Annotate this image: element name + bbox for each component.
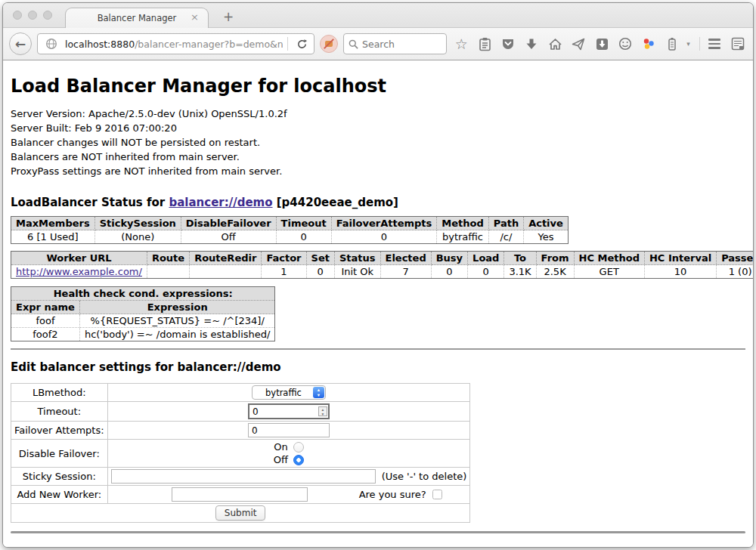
add-worker-input[interactable] <box>172 487 308 502</box>
failover-attempts-input[interactable] <box>248 423 330 437</box>
minimize-window-icon[interactable] <box>28 11 37 20</box>
worker-url-link[interactable]: http://www.example.com/ <box>16 266 142 277</box>
column-header: RouteRedir <box>190 252 262 265</box>
form-row-lbmethod: LBmethod: bytraffic ▴▾ <box>11 384 470 402</box>
balancer-value-row: 6 [1 Used] (None) Off 0 0 bytraffic /c/ … <box>11 230 569 244</box>
close-window-icon[interactable] <box>13 11 22 20</box>
cell-timeout: 0 <box>276 230 331 244</box>
plugin-blocked-icon[interactable] <box>320 35 338 53</box>
bottom-rule <box>11 531 745 533</box>
column-header: Load <box>468 252 504 265</box>
submit-button[interactable]: Submit <box>215 505 266 521</box>
lbmethod-select[interactable]: bytraffic ▴▾ <box>252 385 326 400</box>
overflow-caret-icon[interactable]: ▾ <box>686 40 694 48</box>
notice-persist: Balancer changes will NOT be persisted o… <box>11 135 745 150</box>
tab-bar: Balancer Manager × + <box>3 3 753 27</box>
url-path: /balancer-manager?b=demo&nonce=decc37be-… <box>135 39 283 50</box>
new-tab-button[interactable]: + <box>219 9 237 24</box>
form-row-add-worker: Add New Worker: Are you sure? <box>11 486 470 504</box>
radio-off-label: Off <box>274 454 288 465</box>
globe-icon <box>42 34 60 54</box>
sticky-session-hint: (Use '-' to delete) <box>376 471 467 482</box>
disable-failover-on-radio[interactable] <box>293 442 304 453</box>
edit-settings-heading: Edit balancer settings for balancer://de… <box>11 360 745 374</box>
number-spinner-icon[interactable]: ▴▾ <box>318 406 327 416</box>
select-stepper-icon: ▴▾ <box>313 387 324 398</box>
divider-rule <box>11 348 745 350</box>
column-header: Elected <box>380 252 431 265</box>
search-bar[interactable] <box>343 33 447 54</box>
column-header: Expression <box>79 301 275 314</box>
balancer-table: MaxMembers StickySession DisableFailover… <box>11 216 569 244</box>
browser-tab[interactable]: Balancer Manager × <box>65 8 209 28</box>
balancer-link[interactable]: balancer://demo <box>169 196 272 209</box>
bookmark-star-icon[interactable]: ☆ <box>452 34 470 54</box>
column-header: Busy <box>431 252 467 265</box>
column-header: Expr name <box>11 301 80 314</box>
balancer-header-row: MaxMembers StickySession DisableFailover… <box>11 217 569 230</box>
radio-on-label: On <box>274 441 287 453</box>
colored-dots-icon[interactable] <box>640 34 658 54</box>
column-header: Status <box>334 252 380 265</box>
column-header: From <box>536 252 574 265</box>
disable-failover-off-radio[interactable] <box>293 455 304 465</box>
form-row-sticky-session: Sticky Session: (Use '-' to delete) <box>11 468 470 486</box>
sticky-session-label: Sticky Session: <box>11 468 108 486</box>
url-text[interactable]: localhost:8880/balancer-manager?b=demo&n… <box>65 39 283 50</box>
worker-header-row: Worker URL Route RouteRedir Factor Set S… <box>11 252 754 265</box>
column-header: Active <box>524 217 569 230</box>
tab-title: Balancer Manager <box>98 13 177 23</box>
maximize-window-icon[interactable] <box>43 11 52 20</box>
are-you-sure-label: Are you sure? <box>359 489 426 500</box>
cell-stickysession: (None) <box>94 230 181 244</box>
column-header: FailoverAttempts <box>331 217 437 230</box>
clipboard-icon[interactable] <box>476 34 494 54</box>
battery-icon[interactable] <box>663 34 681 54</box>
column-header: To <box>504 252 536 265</box>
back-button[interactable]: ← <box>9 32 32 55</box>
health-row: foof2 hc('body') =~ /domain is establish… <box>11 328 275 341</box>
downloads-icon[interactable] <box>522 34 541 54</box>
hamburger-lines <box>708 39 720 48</box>
column-header: HC Method <box>574 252 644 265</box>
cell-method: bytraffic <box>437 230 488 244</box>
search-input[interactable] <box>362 39 442 50</box>
edit-settings-form: LBmethod: bytraffic ▴▾ Timeout: ▴▾ <box>11 383 470 523</box>
home-icon[interactable] <box>546 34 564 54</box>
form-row-failover-attempts: Failover Attempts: <box>11 422 470 440</box>
server-version: Server Version: Apache/2.5.0-dev (Unix) … <box>11 107 745 121</box>
status-heading: LoadBalancer Status for balancer://demo … <box>11 196 745 209</box>
window-controls[interactable] <box>13 11 52 20</box>
cell-hc-method: GET <box>574 265 644 279</box>
page-content: Load Balancer Manager for localhost Serv… <box>3 60 753 548</box>
url-bar[interactable]: localhost:8880/balancer-manager?b=demo&n… <box>37 33 314 54</box>
health-header-row: Expr name Expression <box>11 301 275 314</box>
bookmarks-grid-icon[interactable] <box>729 34 747 54</box>
lbmethod-selected-value: bytraffic <box>265 388 302 398</box>
column-header: Set <box>306 252 334 265</box>
column-header: Passes <box>717 252 753 265</box>
cell-expression: hc('body') =~ /domain is established/ <box>79 328 275 341</box>
reload-button[interactable] <box>293 34 311 54</box>
send-icon[interactable] <box>569 34 587 54</box>
navigation-toolbar: ← localhost:8880/balancer-manager?b=demo… <box>3 27 753 60</box>
square-arrow-icon[interactable] <box>593 34 611 54</box>
sticky-session-input[interactable] <box>111 469 376 484</box>
disable-failover-label: Disable Failover: <box>11 440 108 468</box>
browser-window: Balancer Manager × + ← localhost:8880/ba… <box>2 2 754 548</box>
cell-active: Yes <box>524 230 569 244</box>
cell-elected: 7 <box>380 265 431 279</box>
timeout-input[interactable] <box>248 403 330 419</box>
tab-close-icon[interactable]: × <box>191 11 199 23</box>
column-header: HC Interval <box>644 252 716 265</box>
are-you-sure-checkbox[interactable] <box>432 490 442 499</box>
column-header: Path <box>488 217 523 230</box>
form-row-disable-failover: Disable Failover: On Off <box>11 440 470 468</box>
form-row-submit: Submit <box>11 504 470 523</box>
menu-icon[interactable] <box>705 34 723 54</box>
cell-routeredir <box>190 265 262 279</box>
pocket-icon[interactable] <box>499 34 517 54</box>
cell-expression: %{REQUEST_STATUS} =~ /^[234]/ <box>79 314 275 328</box>
smiley-icon[interactable] <box>616 34 634 54</box>
cell-expr-name: foof <box>11 314 80 328</box>
